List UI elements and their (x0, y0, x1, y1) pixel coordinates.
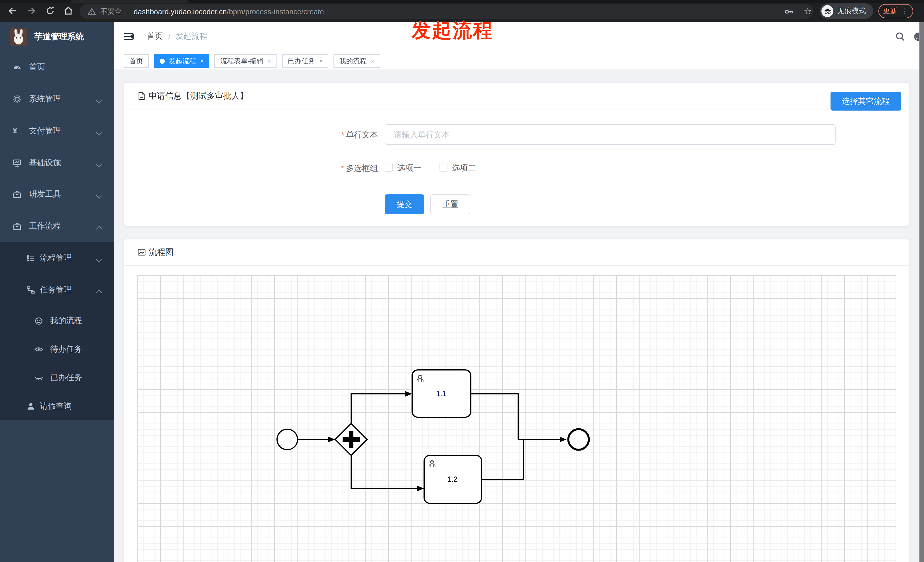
home-icon (63, 6, 74, 16)
gear-icon (12, 94, 22, 104)
bpmn-flow-gateway-task2 (351, 456, 418, 489)
bookmark-star-button[interactable]: ☆ (801, 4, 814, 18)
chevron-down-icon (96, 129, 103, 136)
close-icon[interactable]: × (371, 58, 375, 64)
tab-form-edit[interactable]: 流程表单-编辑× (214, 54, 277, 68)
single-line-text-input[interactable] (385, 124, 836, 145)
sidebar-item-devtools[interactable]: 研发工具 (0, 180, 114, 208)
checkbox-option1[interactable] (385, 163, 393, 172)
browser-active-tab[interactable] (71, 0, 188, 3)
submit-button[interactable]: 提交 (385, 194, 424, 214)
arrowhead-icon (417, 486, 424, 491)
not-secure-warning-icon (88, 7, 96, 15)
browser-menu-icon[interactable]: ⋮ (901, 7, 909, 15)
tab-home[interactable]: 首页 (124, 54, 149, 68)
chevron-up-icon (96, 290, 103, 297)
dashboard-icon (12, 63, 22, 72)
sidebar-item-todo-tasks[interactable]: 待办任务 (0, 335, 114, 364)
active-dot-icon (160, 58, 165, 64)
field-label-checkbox: *多选框组 (229, 163, 378, 174)
face-icon (34, 316, 44, 325)
checkbox-option2-label[interactable]: 选项二 (452, 163, 476, 173)
close-icon[interactable]: × (319, 58, 323, 64)
bpmn-canvas[interactable]: 1.1 1.2 (137, 275, 896, 562)
breadcrumb-home[interactable]: 首页 (147, 31, 163, 41)
view-tabbar: 首页 发起流程 × 流程表单-编辑× 已办任务× 我的流程× (114, 50, 924, 70)
chevron-down-icon (96, 192, 103, 199)
browser-forward-button[interactable] (24, 4, 38, 18)
task2-label: 1.2 (448, 475, 458, 483)
sidebar-item-infra[interactable]: 基础设施 (0, 149, 114, 177)
tab-my-process[interactable]: 我的流程× (334, 54, 380, 68)
flow-card-title: 流程图 (149, 247, 174, 258)
chevron-down-icon (96, 256, 103, 263)
arrowhead-icon (405, 391, 412, 396)
page-annotation: 发起流程 (411, 18, 494, 44)
url-bar[interactable]: 不安全 dashboard.yudao.iocoder.cn/bpm/proce… (80, 4, 813, 19)
screen: 不安全 dashboard.yudao.iocoder.cn/bpm/proce… (0, 0, 924, 562)
required-mark: * (341, 163, 344, 173)
reset-button[interactable]: 重置 (430, 194, 470, 214)
incognito-badge: 无痕模式 (820, 3, 873, 19)
flow-card-header: 流程图 (124, 240, 909, 265)
apply-info-card: 申请信息【测试多审批人】 选择其它流程 *单行文本 *多选框组 选项一 选项二 … (124, 82, 909, 226)
bpmn-flow-task2-end (482, 439, 523, 480)
sidebar-collapse-icon[interactable] (124, 31, 134, 41)
browser-home-button[interactable] (62, 4, 75, 18)
arrowhead-icon (560, 437, 567, 442)
choose-other-process-button[interactable]: 选择其它流程 (831, 92, 901, 111)
search-icon[interactable] (895, 31, 905, 41)
breadcrumb: 首页 / 发起流程 (147, 22, 207, 50)
logo-avatar (10, 28, 27, 45)
chevron-up-icon (96, 226, 103, 232)
incognito-label: 无痕模式 (837, 6, 866, 16)
bpmn-end-event[interactable] (568, 429, 589, 450)
flow-branch-icon (26, 286, 35, 295)
bpmn-flow-task1-end (471, 394, 560, 439)
person-icon (26, 402, 35, 411)
arrowhead-icon (328, 437, 335, 442)
tab-create-process[interactable]: 发起流程 × (154, 54, 210, 68)
eye-icon (34, 345, 44, 354)
browser-reload-button[interactable] (44, 4, 57, 18)
key-icon (784, 6, 794, 16)
app-header: 首页 / 发起流程 ? TT ▾ (114, 22, 924, 50)
sidebar: 芋道管理系统 首页 系统管理 ¥ 支付管理 基础设施 研发工具 (0, 22, 114, 562)
sidebar-item-system[interactable]: 系统管理 (0, 85, 114, 114)
checkbox-option1-label[interactable]: 选项一 (397, 163, 421, 173)
checkbox-option2[interactable] (440, 163, 447, 172)
sidebar-item-done-tasks[interactable]: 已办任务 (0, 364, 114, 392)
apply-card-title: 申请信息【测试多审批人】 (149, 90, 248, 101)
bpmn-start-event[interactable] (277, 429, 297, 450)
yen-icon: ¥ (12, 125, 22, 135)
sidebar-item-my-process[interactable]: 我的流程 (0, 307, 114, 335)
sidebar-item-process-mgmt[interactable]: 流程管理 (0, 244, 114, 273)
close-icon[interactable]: × (268, 58, 272, 64)
flow-diagram-card: 流程图 (124, 239, 909, 562)
back-icon (8, 6, 18, 16)
url-divider (128, 7, 128, 16)
app-logo[interactable]: 芋道管理系统 (0, 22, 114, 51)
gateway-plus-icon (349, 431, 353, 448)
document-icon (137, 91, 146, 100)
close-icon[interactable]: × (200, 58, 204, 64)
sidebar-item-home[interactable]: 首页 (0, 53, 114, 81)
url-domain: dashboard.yudao.iocoder.cn (134, 7, 227, 16)
page-scrollbar[interactable] (919, 22, 924, 562)
monitor-icon (12, 159, 22, 168)
sidebar-item-workflow[interactable]: 工作流程 (0, 212, 114, 241)
password-key-button[interactable] (782, 4, 796, 18)
sidebar-item-leave-query[interactable]: 请假查询 (0, 392, 114, 421)
browser-update-button[interactable]: 更新 ⋮ (878, 4, 913, 18)
field-label-text: *单行文本 (229, 130, 378, 140)
eye-closed-icon (34, 373, 44, 382)
security-label: 不安全 (100, 6, 122, 16)
browser-back-button[interactable] (6, 4, 20, 18)
bpmn-flow-gateway-task1 (351, 394, 406, 424)
chevron-down-icon (96, 97, 103, 104)
tab-done-tasks[interactable]: 已办任务× (282, 54, 328, 68)
sidebar-item-task-mgmt[interactable]: 任务管理 (0, 276, 114, 304)
url-path: /bpm/process-instance/create (227, 7, 324, 16)
toolbox-icon (12, 190, 22, 199)
sidebar-item-payment[interactable]: ¥ 支付管理 (0, 117, 114, 145)
